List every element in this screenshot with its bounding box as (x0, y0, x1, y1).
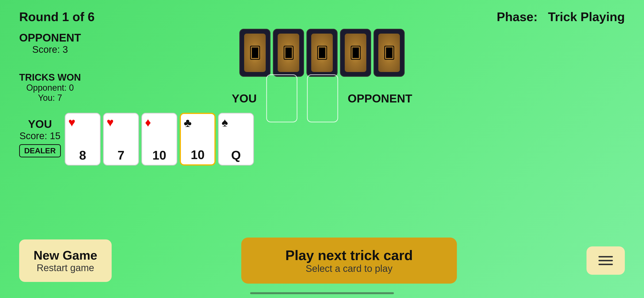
card-1-value: 8 (79, 148, 86, 163)
phase-prefix: Phase: (497, 10, 538, 24)
opponent-card-5: 🂠 (374, 29, 405, 77)
player-card-5[interactable]: ♠ Q (218, 113, 254, 166)
scroll-indicator (250, 292, 394, 294)
opponent-hand: 🂠 🂠 🂠 🂠 🂠 (239, 29, 405, 77)
opponent-play-label: OPPONENT (348, 92, 412, 105)
hamburger-icon (598, 256, 613, 265)
card-2-suit: ♥ (106, 116, 114, 128)
header: Round 1 of 6 Phase: Trick Playing (0, 0, 644, 24)
card-1-suit: ♥ (68, 116, 76, 128)
bottom-bar: New Game Restart game Play next trick ca… (0, 238, 644, 284)
opponent-card-3: 🂠 (306, 29, 338, 77)
you-card-slot (266, 74, 297, 122)
card-3-value: 10 (152, 148, 166, 163)
tricks-won-section: TRICKS WON Opponent: 0 You: 7 (19, 72, 81, 103)
card-5-value: Q (231, 148, 241, 163)
player-hand: ♥ 8 ♥ 7 ♦ 10 ♣ 10 ♠ Q (65, 113, 254, 166)
play-trick-title: Play next trick card (285, 247, 413, 263)
play-trick-sub: Select a card to play (306, 263, 392, 274)
play-trick-button[interactable]: Play next trick card Select a card to pl… (241, 238, 457, 284)
opponent-info: OPPONENT Score: 3 (19, 31, 81, 55)
player-card-2[interactable]: ♥ 7 (103, 113, 139, 166)
player-info: YOU Score: 15 DEALER (19, 117, 61, 158)
tricks-won-title: TRICKS WON (19, 72, 81, 83)
opponent-card-1: 🂠 (239, 29, 270, 77)
opponent-card-slot (307, 74, 338, 122)
card-3-suit: ♦ (145, 116, 151, 128)
card-4-value: 10 (191, 147, 204, 162)
player-card-3[interactable]: ♦ 10 (141, 113, 177, 166)
card-5-suit: ♠ (222, 116, 228, 128)
new-game-button[interactable]: New Game Restart game (19, 239, 112, 282)
round-label: Round 1 of 6 (19, 10, 95, 24)
player-card-1[interactable]: ♥ 8 (65, 113, 100, 166)
card-2-value: 7 (118, 148, 124, 163)
phase-value: Trick Playing (548, 10, 625, 24)
card-4-suit: ♣ (184, 117, 192, 129)
player-score: Score: 15 (19, 130, 61, 141)
new-game-title: New Game (34, 248, 97, 262)
opponent-card-4: 🂠 (340, 29, 371, 77)
new-game-sub: Restart game (37, 262, 94, 273)
opponent-label: OPPONENT (19, 31, 81, 44)
player-card-4[interactable]: ♣ 10 (180, 113, 216, 166)
phase-label: Phase: Trick Playing (497, 10, 625, 24)
play-area: YOU OPPONENT (232, 74, 412, 122)
dealer-badge: DEALER (19, 144, 61, 158)
player-you-label: YOU (19, 117, 61, 130)
tricks-won-opponent: Opponent: 0 (19, 83, 81, 93)
you-play-label: YOU (232, 92, 256, 105)
tricks-won-you: You: 7 (19, 93, 81, 103)
menu-button[interactable] (586, 246, 625, 275)
opponent-card-2: 🂠 (273, 29, 304, 77)
opponent-score: Score: 3 (19, 44, 81, 55)
